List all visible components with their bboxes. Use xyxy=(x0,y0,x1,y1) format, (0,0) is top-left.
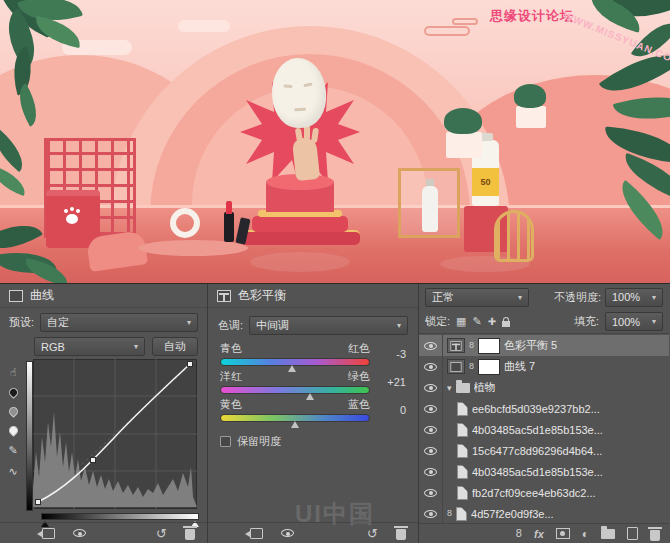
new-group-icon[interactable] xyxy=(601,529,615,539)
slider-thumb[interactable] xyxy=(306,393,314,400)
new-adjustment-layer-icon[interactable]: ◐ xyxy=(582,527,589,541)
visibility-toggle[interactable] xyxy=(419,335,443,356)
delete-icon[interactable] xyxy=(185,529,195,540)
slider-thumb[interactable] xyxy=(291,421,299,428)
lipstick-bullet xyxy=(226,201,232,214)
layer-row[interactable]: ee6bcfd5d039e9237bb2... xyxy=(419,398,669,419)
lock-transparency-icon[interactable]: ▦ xyxy=(456,315,466,328)
layer-name: 曲线 7 xyxy=(504,359,535,374)
lock-pixels-icon[interactable]: ✎ xyxy=(472,315,481,328)
chevron-down-icon: ▾ xyxy=(652,317,656,326)
chevron-down-icon: ▾ xyxy=(652,293,656,302)
clip-to-layer-icon[interactable] xyxy=(42,528,55,539)
fill-dropdown[interactable]: 100% ▾ xyxy=(605,312,663,331)
targeted-adjustment-icon[interactable]: ☝ xyxy=(10,367,17,378)
visibility-toggle[interactable] xyxy=(419,440,443,461)
sunscreen-spf-label: 50 xyxy=(472,168,499,196)
cyan-red-slider[interactable] xyxy=(220,358,370,366)
magenta-green-slider-block: 洋红 绿色 +21 xyxy=(220,369,406,394)
slider-thumb[interactable] xyxy=(288,365,296,372)
color-balance-panel-icon xyxy=(217,290,231,302)
document-canvas[interactable]: 50 思缘设计论坛 WWW.MISSYUAN.COM xyxy=(0,0,670,284)
podium-base xyxy=(240,230,360,245)
visibility-toggle-icon[interactable] xyxy=(281,529,294,537)
visibility-toggle[interactable] xyxy=(419,356,443,377)
black-point-eyedropper-icon[interactable] xyxy=(7,386,20,399)
paw-toe xyxy=(76,209,80,213)
slider-right-label: 红色 xyxy=(348,341,370,356)
layer-row[interactable]: 15c6477c8d96296d4b64... xyxy=(419,440,669,461)
forum-watermark: 思缘设计论坛 xyxy=(490,7,574,25)
curves-panel-footer: ↺ xyxy=(0,522,207,543)
blend-mode-value: 正常 xyxy=(432,290,514,305)
layer-mask-thumbnail[interactable] xyxy=(478,359,500,375)
curves-panel-icon xyxy=(9,290,23,302)
delete-layer-icon[interactable] xyxy=(650,530,660,541)
layer-mask-thumbnail[interactable] xyxy=(478,338,500,354)
preserve-luminosity-label: 保留明度 xyxy=(237,434,281,449)
visibility-toggle[interactable] xyxy=(419,482,443,503)
white-point-eyedropper-icon[interactable] xyxy=(7,424,20,437)
curves-graph[interactable] xyxy=(33,359,197,509)
layer-row[interactable]: 4b03485ac5d1e85b153e... xyxy=(419,461,669,482)
lock-all-icon[interactable] xyxy=(502,321,510,327)
color-balance-panel-header: 色彩平衡 xyxy=(208,284,418,308)
layer-row-color-balance-5[interactable]: 8 色彩平衡 5 xyxy=(419,335,669,356)
adjustment-layer-thumbnail[interactable] xyxy=(447,359,465,374)
diamond-ring xyxy=(170,208,200,238)
reset-icon[interactable]: ↺ xyxy=(367,527,378,540)
layer-row-curves-7[interactable]: 8 曲线 7 xyxy=(419,356,669,377)
new-layer-icon[interactable] xyxy=(627,527,638,540)
visibility-toggle[interactable] xyxy=(419,419,443,440)
layer-style-icon[interactable]: fx xyxy=(534,528,544,540)
auto-button[interactable]: 自动 xyxy=(152,337,198,356)
magenta-green-slider[interactable] xyxy=(220,386,370,394)
gray-point-eyedropper-icon[interactable] xyxy=(7,405,20,418)
link-icon: 8 xyxy=(469,341,474,350)
cloud-outline xyxy=(424,26,470,36)
opacity-value: 100% xyxy=(612,291,648,303)
tone-dropdown[interactable]: 中间调 ▾ xyxy=(249,316,408,335)
clip-to-layer-icon[interactable] xyxy=(250,528,263,539)
visibility-toggle[interactable] xyxy=(419,398,443,419)
group-expand-icon[interactable]: ▾ xyxy=(447,383,452,393)
delete-icon[interactable] xyxy=(396,529,406,540)
opacity-dropdown[interactable]: 100% ▾ xyxy=(605,288,663,307)
add-mask-icon[interactable] xyxy=(556,528,570,539)
smooth-curve-icon[interactable]: ∿ xyxy=(8,466,17,477)
paw-toe xyxy=(70,207,74,211)
reset-icon[interactable]: ↺ xyxy=(156,527,167,540)
spf-text: 50 xyxy=(480,177,490,187)
adjustment-layer-thumbnail[interactable] xyxy=(447,338,465,353)
preserve-luminosity-checkbox[interactable] xyxy=(220,436,231,447)
channel-dropdown[interactable]: RGB ▾ xyxy=(34,337,145,356)
yellow-blue-slider[interactable] xyxy=(220,414,370,422)
visibility-toggle[interactable] xyxy=(419,461,443,482)
layer-row[interactable]: 4b03485ac5d1e85b153e... xyxy=(419,419,669,440)
photoshop-window: 50 思缘设计论坛 WWW.MISSYUAN.COM xyxy=(0,0,670,543)
layer-name: fb2d7cf09cee4eb63dc2... xyxy=(472,487,596,499)
smart-object-icon xyxy=(457,465,468,479)
curves-properties-panel: 曲线 预设: 自定 ▾ RGB ▾ 自动 ☝ xyxy=(0,284,208,543)
chevron-down-icon: ▾ xyxy=(187,318,191,327)
blend-mode-dropdown[interactable]: 正常 ▾ xyxy=(425,288,529,307)
potted-plant xyxy=(444,108,482,134)
chevron-down-icon: ▾ xyxy=(134,342,138,351)
cloud-outline xyxy=(452,18,478,25)
link-layers-icon[interactable]: 8 xyxy=(516,528,522,539)
eye-icon xyxy=(424,447,437,455)
layer-row[interactable]: fb2d7cf09cee4eb63dc2... xyxy=(419,482,669,503)
visibility-toggle-icon[interactable] xyxy=(73,529,86,537)
layer-group-row-plants[interactable]: ▾ 植物 xyxy=(419,377,669,398)
smart-object-icon xyxy=(456,507,467,521)
curves-panel-header: 曲线 xyxy=(0,284,207,308)
layer-name: 植物 xyxy=(474,380,496,395)
lock-position-icon[interactable]: ✚ xyxy=(488,316,496,327)
tone-label: 色调: xyxy=(218,318,243,333)
visibility-toggle[interactable] xyxy=(419,377,443,398)
visibility-toggle[interactable] xyxy=(419,503,443,523)
layer-row[interactable]: 8 4d57f2e0d9f3e... xyxy=(419,503,669,523)
pencil-icon[interactable]: ✎ xyxy=(8,445,17,456)
preset-dropdown[interactable]: 自定 ▾ xyxy=(40,313,198,332)
layer-name: ee6bcfd5d039e9237bb2... xyxy=(472,403,600,415)
